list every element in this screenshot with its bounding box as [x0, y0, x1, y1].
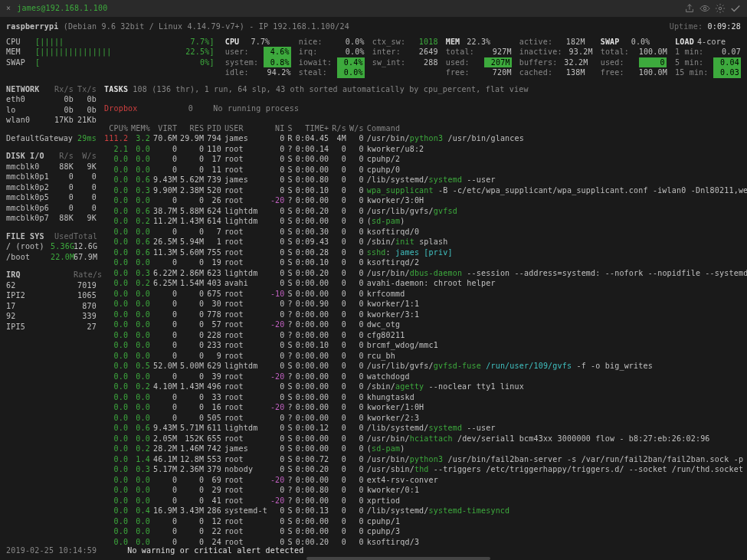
- irq-row: 627019: [6, 280, 97, 291]
- net-row: wlan017Kb21Kb: [6, 115, 97, 126]
- process-row[interactable]: 0.0 0.0 0 0 26 root -20 ? 0:00.00 0 0 kw…: [104, 195, 747, 206]
- tasks-text: 108 (136 thr), 1 run, 64 slp, 43 oth sor…: [133, 85, 528, 93]
- proc-header[interactable]: TIME+: [296, 123, 333, 134]
- system-info: (Debian 9.6 32bit / Linux 4.14.79-v7+) -…: [64, 22, 349, 31]
- load-title: LOAD: [675, 37, 694, 47]
- process-row[interactable]: 0.0 0.6 11.3M 5.60M 755 root 0 S 0:00.28…: [104, 247, 747, 258]
- swap-pct: 0.0%: [623, 37, 650, 47]
- process-row[interactable]: 0.0 0.0 0 0 505 root 0 ? 0:00.00 0 0 kwo…: [104, 413, 747, 424]
- gear-icon[interactable]: [715, 3, 726, 14]
- process-row[interactable]: 0.0 0.0 0 0 57 root -20 ? 0:00.00 0 0 dw…: [104, 319, 747, 330]
- process-table[interactable]: CPU%MEM%VIRTRESPIDUSERNISTIME+R/sW/sComm…: [104, 123, 747, 548]
- proc-header[interactable]: PID: [207, 123, 224, 134]
- mem-bar-label: MEM: [6, 47, 35, 57]
- process-row[interactable]: 0.0 0.2 28.2M 1.46M 742 james 0 S 0:00.0…: [104, 444, 747, 454]
- cpu-bar-label: CPU: [6, 37, 35, 47]
- process-row[interactable]: 0.0 0.0 0 0 16 root -20 ? 0:00.00 0 0 kw…: [104, 402, 747, 413]
- process-row[interactable]: 0.0 0.6 26.5M 5.94M 1 root 0 S 0:09.43 0…: [104, 237, 747, 247]
- swint-v: 288: [411, 57, 438, 68]
- process-row[interactable]: 0.0 0.2 4.10M 1.43M 496 root 0 S 0:00.00…: [104, 382, 747, 392]
- hostname: raspberrypi: [6, 22, 58, 31]
- disk-row: mmcblk0p500: [6, 192, 97, 203]
- proc-header[interactable]: USER: [224, 123, 270, 134]
- process-row[interactable]: 0.0 0.0 0 0 22 root 0 S 0:00.00 0 0 cpuh…: [104, 526, 747, 537]
- process-row[interactable]: 0.0 0.5 52.0M 5.00M 629 lightdm 0 S 0:00…: [104, 361, 747, 372]
- process-row[interactable]: 0.0 0.3 6.22M 2.86M 623 lightdm 0 S 0:00…: [104, 268, 747, 279]
- fs-u-h: Used: [51, 231, 74, 242]
- mem-tot-k: total:: [446, 47, 481, 57]
- process-row[interactable]: 0.0 0.0 0 0 7 root 0 S 0:00.30 0 0 ksoft…: [104, 227, 747, 237]
- process-row[interactable]: 0.0 0.0 0 0 11 root 0 S 0:00.00 0 0 cpuh…: [104, 165, 747, 175]
- footer: 2019-02-25 10:14:59 No warning or critic…: [6, 545, 741, 556]
- proc-header[interactable]: RES: [180, 123, 207, 134]
- mem-act-k: active:: [519, 37, 555, 47]
- disk-row: mmcblk0p600: [6, 203, 97, 214]
- dropbox-n: 0: [188, 104, 193, 113]
- process-row[interactable]: 0.0 0.0 2.05M 152K 655 root 0 S 0:00.00 …: [104, 434, 747, 444]
- mem-ina-k: inactive:: [519, 47, 562, 57]
- proc-header[interactable]: R/s: [332, 123, 349, 134]
- proc-header[interactable]: MEM%: [131, 123, 153, 134]
- swap-title: SWAP: [601, 37, 620, 47]
- load1-k: 1 min:: [675, 47, 710, 57]
- proc-header[interactable]: NI: [270, 123, 288, 134]
- process-row[interactable]: 111.2 3.2 70.6M 29.9M 794 james 0 R 0:04…: [104, 133, 747, 144]
- process-row[interactable]: 0.0 0.0 0 0 675 root -10 S 0:00.00 0 0 k…: [104, 289, 747, 300]
- irq-row: IPI527: [6, 322, 97, 332]
- process-row[interactable]: 0.0 0.0 0 0 9 root 0 ? 0:00.00 0 0 rcu_b…: [104, 351, 747, 362]
- process-row[interactable]: 0.0 0.0 0 0 39 root -20 ? 0:00.00 0 0 wa…: [104, 372, 747, 382]
- proc-header[interactable]: VIRT: [153, 123, 180, 134]
- load5-k: 5 min:: [675, 57, 710, 68]
- swint-k: sw_int:: [372, 57, 408, 68]
- svg-point-0: [703, 7, 706, 10]
- mem-act-v: 182M: [558, 37, 585, 47]
- process-row[interactable]: 0.0 0.3 9.90M 2.38M 520 root 0 S 0:00.10…: [104, 185, 747, 196]
- process-row[interactable]: 0.0 0.6 9.43M 5.71M 611 lightdm 0 S 0:00…: [104, 423, 747, 434]
- close-icon[interactable]: ×: [6, 3, 11, 14]
- process-row[interactable]: 0.0 0.6 38.7M 5.88M 624 lightdm 0 S 0:00…: [104, 206, 747, 217]
- process-row[interactable]: 0.0 0.0 0 0 228 root 0 ? 0:00.00 0 0 cfg…: [104, 330, 747, 341]
- horizontal-scrollbar[interactable]: [306, 557, 490, 560]
- process-row[interactable]: 0.0 0.0 0 0 29 root 0 ? 0:00.80 0 0 kwor…: [104, 485, 747, 496]
- process-row[interactable]: 0.0 0.0 0 0 12 root 0 S 0:00.00 0 0 cpuh…: [104, 516, 747, 527]
- disk-row: mmcblk088K9K: [6, 162, 97, 172]
- process-row[interactable]: 0.0 0.0 0 0 33 root 0 S 0:00.00 0 0 khun…: [104, 392, 747, 403]
- proc-header[interactable]: S: [288, 123, 296, 134]
- footer-timestamp: 2019-02-25 10:14:59: [6, 545, 97, 556]
- eye-icon[interactable]: [699, 3, 710, 14]
- load-core: 4-core: [697, 37, 726, 47]
- load1-v: 0.07: [713, 47, 741, 57]
- process-row[interactable]: 0.0 0.2 11.2M 1.43M 614 lightdm 0 S 0:00…: [104, 216, 747, 227]
- process-row[interactable]: 0.0 0.0 0 0 17 root 0 S 0:00.00 0 0 cpuh…: [104, 154, 747, 165]
- window-title: james@192.168.1.100: [17, 3, 107, 14]
- process-row[interactable]: 0.0 0.0 0 0 778 root 0 ? 0:00.00 0 0 kwo…: [104, 309, 747, 320]
- load15-v: 0.03: [713, 67, 741, 78]
- swap-used-k: used:: [601, 57, 636, 68]
- process-row[interactable]: 0.0 0.0 0 0 19 root 0 S 0:00.10 0 0 ksof…: [104, 257, 747, 268]
- check-icon[interactable]: [730, 3, 741, 14]
- uptime-value: 0:09:28: [707, 22, 741, 31]
- mem-title: MEM: [446, 37, 460, 47]
- process-row[interactable]: 0.0 0.0 0 0 30 root 0 ? 0:00.90 0 0 kwor…: [104, 299, 747, 309]
- proc-header[interactable]: Command: [367, 123, 747, 134]
- cpu-steal-v: 0.0%: [337, 67, 365, 78]
- cpu-iow-v: 0.4%: [337, 57, 365, 68]
- process-row[interactable]: 0.0 0.0 0 0 41 root -20 ? 0:00.00 0 0 xp…: [104, 496, 747, 506]
- left-sidebar: NETWORKRx/sTx/s eth00b0blo0b0bwlan017Kb2…: [6, 84, 97, 548]
- process-row[interactable]: 0.0 0.0 0 0 233 root 0 S 0:00.10 0 0 brc…: [104, 340, 747, 351]
- mem-cac-v: 138M: [558, 67, 585, 78]
- ctx-k: ctx_sw:: [372, 37, 408, 47]
- process-row[interactable]: 0.0 1.4 46.1M 12.8M 553 root 0 S 0:00.72…: [104, 454, 747, 465]
- proc-header[interactable]: CPU%: [104, 123, 131, 134]
- process-row[interactable]: 0.0 0.3 5.17M 2.36M 379 nobody 0 S 0:00.…: [104, 464, 747, 475]
- load15-k: 15 min:: [675, 67, 710, 78]
- tasks-label: TASKS: [104, 85, 128, 93]
- process-row[interactable]: 0.0 0.2 6.25M 1.54M 403 avahi 0 S 0:00.0…: [104, 278, 747, 289]
- process-row[interactable]: 0.0 0.4 16.9M 3.43M 286 systemd-t 0 S 0:…: [104, 506, 747, 516]
- process-row[interactable]: 0.0 0.0 0 0 69 root -20 ? 0:00.00 0 0 ex…: [104, 475, 747, 486]
- share-icon[interactable]: [684, 3, 695, 14]
- process-row[interactable]: 0.0 0.6 9.43M 5.62M 739 james 0 S 0:00.8…: [104, 175, 747, 185]
- process-row[interactable]: 2.1 0.0 0 0 110 root 0 ? 0:00.14 0 0 kwo…: [104, 144, 747, 155]
- inter-v: 2649: [411, 47, 438, 57]
- proc-header[interactable]: W/s: [349, 123, 367, 134]
